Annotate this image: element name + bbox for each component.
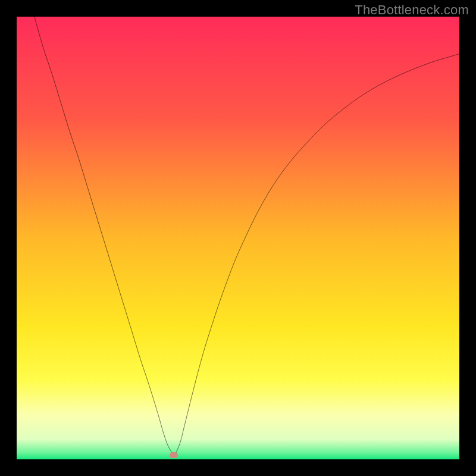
plot-area bbox=[17, 17, 459, 459]
chart-frame: TheBottleneck.com bbox=[0, 0, 476, 476]
bottleneck-curve bbox=[17, 17, 459, 459]
watermark-text: TheBottleneck.com bbox=[355, 2, 469, 18]
optimal-point-marker bbox=[170, 452, 178, 458]
